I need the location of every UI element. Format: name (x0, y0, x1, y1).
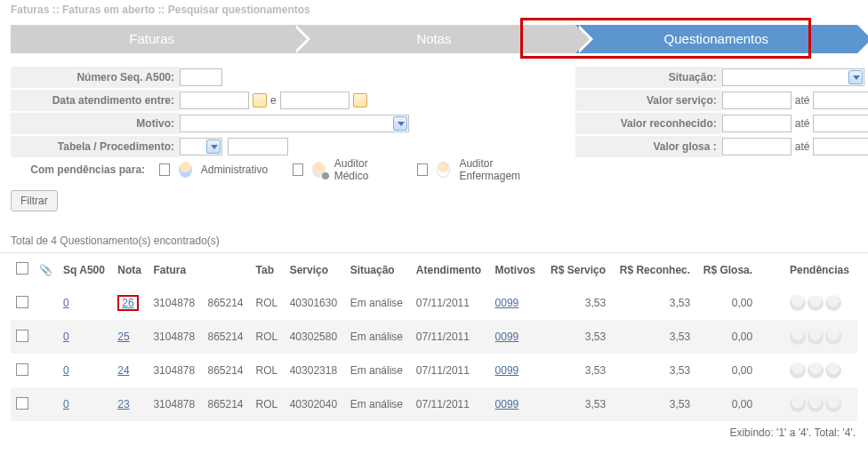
input-data-from[interactable] (180, 92, 249, 109)
pend-medico-icon (808, 396, 824, 412)
result-count: Total de 4 Questionamento(s) encontrado(… (0, 220, 868, 253)
cell-situacao: Em análise (345, 354, 411, 387)
link-nota[interactable]: 23 (117, 398, 129, 410)
cell-fatura: 3104878 (148, 286, 202, 320)
th-pend: Pendências (784, 253, 857, 286)
cell-rsrec: 3,53 (611, 320, 695, 354)
cell-atend: 07/11/2011 (411, 286, 490, 320)
cell-rsglosa: 0,00 (695, 354, 758, 387)
cell-fatura: 3104878 (148, 320, 202, 354)
label-ate: até (795, 140, 810, 153)
input-numseq[interactable] (180, 68, 222, 86)
checkbox-admin[interactable] (159, 163, 170, 176)
input-procedimento[interactable] (228, 138, 288, 155)
tab-bar: Faturas Notas Questionamentos (11, 25, 857, 53)
label-e: e (270, 94, 277, 107)
label-dataentre: Data atendimento entre: (11, 90, 180, 111)
cell-fatura2: 865214 (202, 286, 250, 320)
tab-notas[interactable]: Notas (293, 25, 575, 53)
pend-medico-icon (808, 329, 824, 345)
row-checkbox[interactable] (16, 397, 28, 410)
table-row: 0253104878865214ROL40302580Em análise07/… (11, 320, 857, 354)
label-compend: Com pendências para: (11, 159, 150, 180)
row-checkbox[interactable] (16, 330, 28, 342)
input-data-to[interactable] (280, 92, 350, 109)
th-rsrec: R$ Reconhec. (611, 253, 695, 286)
cell-situacao: Em análise (345, 387, 411, 421)
link-nota[interactable]: 24 (117, 364, 129, 377)
cell-fatura: 3104878 (148, 354, 202, 387)
cell-fatura2: 865214 (202, 354, 250, 387)
cell-atend: 07/11/2011 (411, 320, 490, 354)
pend-enf-icon (825, 362, 841, 378)
label-admin: Administrativo (201, 163, 268, 176)
pend-medico-icon (808, 362, 824, 378)
link-motivo[interactable]: 0099 (495, 331, 519, 343)
pend-enf-icon (825, 329, 841, 345)
link-sq[interactable]: 0 (63, 331, 69, 343)
cell-servico: 40302580 (285, 320, 345, 354)
chevron-down-icon[interactable] (393, 116, 407, 131)
cell-atend: 07/11/2011 (411, 387, 490, 421)
checkbox-all[interactable] (16, 262, 28, 275)
cell-situacao: Em análise (345, 320, 411, 354)
label-medico: Auditor Médico (334, 157, 393, 182)
cell-servico: 40302318 (285, 354, 345, 387)
pend-enf-icon (825, 396, 841, 412)
input-valservico-from[interactable] (722, 92, 792, 109)
th-atend: Atendimento (411, 253, 490, 286)
cell-tab: ROL (251, 286, 285, 320)
link-motivo[interactable]: 0099 (495, 297, 519, 309)
th-nota: Nota (112, 253, 148, 286)
medico-icon (312, 162, 326, 178)
label-situacao: Situação: (575, 67, 722, 88)
link-motivo[interactable]: 0099 (495, 398, 519, 410)
row-checkbox[interactable] (16, 296, 28, 308)
table-row: 0243104878865214ROL40302318Em análise07/… (11, 354, 857, 387)
link-motivo[interactable]: 0099 (495, 364, 519, 377)
pagination-info: Exibindo: '1' a '4'. Total: '4'. (0, 421, 868, 448)
input-valservico-to[interactable] (813, 92, 868, 109)
input-valglosa-to[interactable] (813, 138, 868, 155)
link-nota[interactable]: 25 (117, 331, 129, 343)
pend-enf-icon (825, 295, 841, 311)
link-nota[interactable]: 26 (117, 295, 138, 311)
checkbox-enf[interactable] (417, 163, 428, 176)
label-valrec: Valor reconhecido: (575, 113, 722, 134)
th-rsserv: R$ Serviço (542, 253, 611, 286)
select-motivo[interactable] (180, 115, 409, 132)
th-rsglosa: R$ Glosa. (695, 253, 758, 286)
row-checkbox[interactable] (16, 363, 28, 376)
input-valrec-from[interactable] (722, 115, 792, 132)
cell-rsglosa: 0,00 (695, 387, 758, 421)
calendar-icon[interactable] (353, 93, 367, 108)
enfermagem-icon (437, 162, 450, 178)
pend-icons (790, 329, 852, 345)
input-valglosa-from[interactable] (722, 138, 792, 155)
tab-questionamentos[interactable]: Questionamentos (575, 25, 857, 53)
filtrar-button[interactable]: Filtrar (11, 190, 58, 211)
calendar-icon[interactable] (253, 93, 267, 108)
cell-rsrec: 3,53 (611, 286, 695, 320)
pend-medico-icon (808, 295, 824, 311)
cell-rsserv: 3,53 (542, 354, 611, 387)
cell-servico: 40302040 (285, 387, 345, 421)
link-sq[interactable]: 0 (63, 297, 69, 309)
cell-rsrec: 3,53 (611, 354, 695, 387)
input-valrec-to[interactable] (813, 115, 868, 132)
table-row: 0263104878865214ROL40301630Em análise07/… (11, 286, 857, 320)
cell-tab: ROL (251, 387, 285, 421)
label-enf: Auditor Enfermagem (459, 157, 539, 182)
chevron-down-icon[interactable] (206, 139, 221, 154)
results-table: 📎 Sq A500 Nota Fatura Tab Serviço Situaç… (11, 253, 857, 421)
select-situacao[interactable] (722, 68, 864, 86)
tab-faturas[interactable]: Faturas (11, 25, 293, 53)
pend-icons (790, 362, 852, 378)
chevron-down-icon[interactable] (848, 70, 863, 84)
pend-admin-icon (790, 396, 806, 412)
link-sq[interactable]: 0 (63, 398, 69, 410)
link-sq[interactable]: 0 (63, 364, 69, 377)
pend-icons (790, 295, 852, 311)
checkbox-medico[interactable] (293, 163, 303, 176)
th-sq: Sq A500 (58, 253, 112, 286)
